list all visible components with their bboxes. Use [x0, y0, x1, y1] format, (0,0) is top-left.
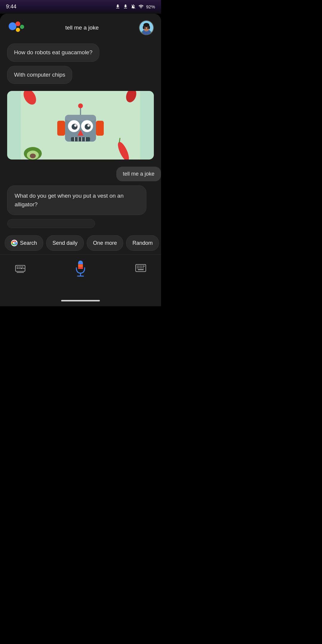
search-button[interactable]: Search	[5, 235, 43, 251]
svg-rect-61	[143, 266, 144, 267]
microphone-button[interactable]	[72, 260, 89, 278]
svg-rect-47	[18, 268, 20, 269]
second-joke-container: What do you get when you put a vest on a…	[0, 184, 161, 230]
svg-point-0	[9, 22, 16, 30]
home-indicator	[0, 297, 161, 306]
svg-rect-62	[144, 266, 145, 267]
svg-rect-42	[17, 267, 18, 267]
svg-point-30	[87, 124, 90, 127]
bottom-bar	[0, 254, 161, 283]
one-more-button[interactable]: One more	[87, 235, 123, 251]
svg-rect-67	[143, 267, 144, 268]
google-g-icon	[11, 240, 18, 246]
assistant-bubble-3: What do you get when you put a vest on a…	[7, 185, 146, 215]
svg-rect-59	[140, 266, 141, 267]
svg-rect-37	[57, 121, 65, 136]
svg-point-1	[16, 21, 20, 26]
joke-illustration	[7, 91, 154, 160]
svg-point-11	[148, 26, 150, 29]
battery-level: 92%	[146, 4, 155, 9]
keyboard-icon[interactable]	[135, 264, 146, 274]
bell-off-icon	[131, 4, 136, 9]
assistant-card: tell me a joke	[0, 14, 161, 297]
svg-rect-48	[20, 268, 23, 269]
google-assistant-logo	[7, 20, 25, 35]
svg-rect-46	[17, 268, 18, 269]
svg-point-12	[145, 27, 146, 29]
random-button[interactable]: Random	[126, 235, 159, 251]
svg-rect-65	[140, 267, 141, 268]
send-daily-label: Send daily	[52, 240, 78, 246]
status-icons: 92%	[115, 4, 155, 9]
status-time: 9:44	[6, 4, 16, 10]
svg-point-13	[147, 27, 148, 29]
svg-rect-43	[18, 267, 20, 267]
svg-rect-44	[20, 267, 21, 267]
user-message-container: tell me a joke	[0, 162, 161, 184]
svg-point-22	[78, 103, 83, 108]
svg-point-2	[16, 28, 20, 32]
header-query-text: tell me a joke	[25, 24, 139, 31]
svg-rect-64	[138, 267, 139, 268]
svg-point-3	[20, 25, 24, 29]
home-bar	[61, 300, 100, 301]
svg-point-28	[85, 124, 91, 130]
user-bubble: tell me a joke	[116, 167, 161, 181]
action-buttons-row: Search Send daily One more Random	[0, 230, 161, 254]
assistant-message-1: How do robots eat guacamole?	[7, 44, 154, 66]
svg-rect-53	[78, 267, 83, 269]
svg-rect-66	[141, 267, 142, 268]
svg-rect-32	[71, 137, 90, 141]
search-button-label: Search	[20, 240, 37, 246]
assistant-message-2: With computer chips	[7, 66, 154, 88]
one-more-label: One more	[93, 240, 117, 246]
svg-rect-38	[96, 121, 104, 136]
svg-rect-63	[137, 267, 138, 268]
svg-point-27	[72, 124, 78, 130]
user-avatar[interactable]	[139, 20, 154, 35]
svg-rect-60	[141, 266, 142, 267]
svg-rect-58	[138, 266, 139, 267]
svg-rect-24	[65, 115, 96, 121]
random-label: Random	[132, 240, 153, 246]
svg-point-10	[143, 26, 145, 29]
svg-rect-45	[22, 267, 23, 267]
wifi-icon	[138, 4, 144, 9]
chat-container: How do robots eat guacamole? With comput…	[0, 41, 161, 160]
svg-point-19	[30, 154, 36, 158]
send-daily-button[interactable]: Send daily	[46, 235, 84, 251]
assistant-bubble-2: With computer chips	[7, 66, 72, 84]
partial-bubble	[7, 219, 95, 228]
assistant-bubble-1: How do robots eat guacamole?	[7, 44, 99, 62]
keyboard-tray-icon[interactable]	[15, 263, 26, 275]
svg-rect-68	[138, 269, 144, 270]
svg-rect-57	[137, 266, 138, 267]
assistant-header: tell me a joke	[0, 14, 161, 41]
svg-point-29	[74, 124, 77, 127]
svg-rect-49	[23, 268, 24, 269]
download-icon-1	[115, 4, 120, 9]
download-icon-2	[123, 4, 128, 9]
status-bar: 9:44 92%	[0, 0, 161, 14]
